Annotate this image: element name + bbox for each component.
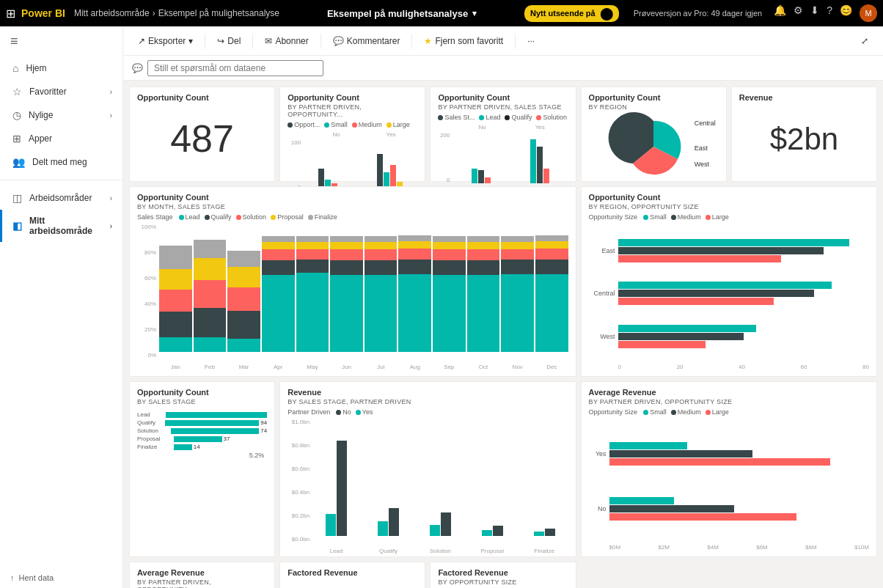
sidebar-collapse-btn[interactable]: ≡ (0, 26, 122, 56)
apps-icon: ⊞ (12, 133, 21, 144)
favorite-btn[interactable]: ★ Fjern som favoritt (418, 33, 509, 49)
report-title: Eksempel på mulighetsanalyse ▾ (327, 8, 477, 19)
export-btn[interactable]: ↗ Eksporter ▾ (132, 33, 199, 49)
card-title: Revenue (739, 93, 869, 102)
sidebar-item-apps[interactable]: ⊞ Apper (0, 127, 122, 150)
powerbi-logo: Power BI (21, 7, 65, 19)
home-icon: ⌂ (12, 62, 18, 74)
opp-count-partner-card: Opportunity Count BY PARTNER DRIVEN, OPP… (279, 87, 425, 182)
card-title: Opportunity Count (589, 193, 869, 202)
breadcrumb: Mitt arbeidsområde › Eksempel på mulighe… (74, 8, 279, 18)
opp-count-sales-card: Opportunity Count BY PARTNER DRIVEN, SAL… (430, 87, 576, 182)
sidebar-item-workspaces[interactable]: ◫ Arbeidsområder › (0, 186, 122, 210)
main-content: ↗ Eksporter ▾ ↪ Del ✉ Abonner 💬 Kommenta… (123, 26, 883, 588)
card-subtitle: BY PARTNER DRIVEN, OPPORTUNITY... (137, 578, 267, 588)
card-subtitle: BY MONTH, SALES STAGE (137, 203, 568, 210)
chart-legend: Sales St... Lead Qualify Solution (438, 114, 568, 121)
opp-region-size-card: Opportunity Count BY REGION, OPPORTUNITY… (581, 186, 877, 377)
revenue-card: Revenue $2bn (731, 87, 877, 182)
factored-revenue-size-card: Factored Revenue BY OPPORTUNITY SIZE $0.… (430, 562, 576, 588)
card-subtitle: BY PARTNER DRIVEN, OPPORTUNITY SIZE (589, 398, 869, 405)
sidebar-item-home[interactable]: ⌂ Hjem (0, 56, 122, 80)
chart-legend: Opport... Small Medium Large (287, 121, 417, 128)
card-title: Opportunity Count (287, 93, 417, 102)
favorites-icon: ☆ (12, 86, 22, 98)
card-title: Revenue (287, 388, 568, 397)
export-icon: ↗ (138, 36, 145, 46)
card-title: Average Revenue (137, 568, 267, 577)
revenue-stage-card: Revenue BY SALES STAGE, PARTNER DRIVEN P… (279, 381, 576, 557)
card-title: Opportunity Count (589, 93, 719, 102)
chart-legend: Opportunity Size Small Medium Large (589, 213, 869, 221)
card-subtitle: BY PARTNER DRIVEN, SALES STAGE (438, 103, 568, 111)
sidebar-item-recent[interactable]: ◷ Nylige › (0, 103, 122, 127)
recent-icon: ◷ (12, 109, 21, 121)
grid-icon[interactable]: ⊞ (6, 7, 15, 21)
new-look-toggle[interactable]: Nytt utseende på ⬤ (524, 5, 619, 22)
opp-count-value: 487 (137, 111, 267, 167)
dashboard: Opportunity Count 487 Opportunity Count … (123, 81, 883, 588)
card-title: Average Revenue (589, 388, 869, 397)
card-title: Opportunity Count (137, 388, 267, 397)
avg-revenue-size-card: Average Revenue BY PARTNER DRIVEN, OPPOR… (581, 381, 877, 557)
subscribe-btn[interactable]: ✉ Abonner (259, 33, 314, 49)
card-subtitle: BY PARTNER DRIVEN, OPPORTUNITY... (287, 103, 417, 118)
card-title: Factored Revenue (438, 568, 568, 577)
share-btn[interactable]: ↪ Del (211, 33, 246, 49)
subscribe-icon: ✉ (265, 36, 272, 46)
chart-legend: Sales Stage Lead Qualify Solution Propos… (137, 213, 568, 221)
qa-input[interactable] (147, 60, 323, 76)
toolbar: ↗ Eksporter ▾ ↪ Del ✉ Abonner 💬 Kommenta… (123, 26, 883, 56)
qa-bar: 💬 (123, 56, 883, 81)
trial-label: Prøveversjon av Pro: 49 dager igjen (634, 9, 762, 18)
comments-btn[interactable]: 💬 Kommentarer (327, 33, 406, 49)
card-title: Opportunity Count (438, 93, 568, 102)
more-btn[interactable]: ··· (521, 33, 541, 49)
workspaces-icon: ◫ (12, 192, 22, 204)
card-title: Factored Revenue (287, 568, 417, 577)
card-subtitle: BY REGION, OPPORTUNITY SIZE (589, 203, 869, 210)
sidebar-item-favorites[interactable]: ☆ Favoritter › (0, 80, 122, 103)
shared-icon: 👥 (12, 156, 25, 168)
notification-icon[interactable]: 🔔 (774, 4, 786, 22)
topnav: ⊞ Power BI Mitt arbeidsområde › Eksempel… (0, 0, 883, 26)
card-subtitle: BY REGION (589, 103, 719, 111)
expand-icon: ⤢ (861, 36, 868, 46)
chart-legend: Opportunity Size Small Medium Large (589, 408, 869, 416)
pie-chart (617, 114, 690, 180)
get-data-btn[interactable]: ↑ Hent data (0, 567, 122, 588)
myworkspace-icon: ◧ (12, 220, 22, 232)
get-data-icon: ↑ (10, 573, 15, 582)
card-subtitle: BY SALES STAGE, PARTNER DRIVEN (287, 398, 568, 405)
opp-count-simple-card: Opportunity Count 487 (129, 87, 275, 182)
topnav-icons: 🔔 ⚙ ⬇ ? 😊 M (774, 4, 877, 22)
share-icon: ↪ (217, 36, 224, 46)
user-avatar[interactable]: M (860, 4, 877, 22)
avg-revenue-partner-card: Average Revenue BY PARTNER DRIVEN, OPPOR… (129, 562, 275, 588)
comments-icon: 💬 (333, 36, 344, 46)
factored-revenue-card: Factored Revenue $461M (279, 562, 425, 588)
card-subtitle: BY OPPORTUNITY SIZE (438, 578, 568, 586)
help-icon[interactable]: ? (827, 4, 832, 22)
opp-sales-stage-card: Opportunity Count BY SALES STAGE Lead Qu… (129, 381, 275, 557)
chart-legend: Partner Driven No Yes (287, 408, 568, 416)
revenue-value: $2bn (739, 115, 869, 163)
star-icon: ★ (424, 36, 432, 46)
card-title: Opportunity Count (137, 93, 267, 102)
emoji-icon[interactable]: 😊 (840, 4, 852, 22)
expand-btn[interactable]: ⤢ (855, 33, 874, 49)
settings-icon[interactable]: ⚙ (794, 4, 803, 22)
sidebar-item-shared[interactable]: 👥 Delt med meg (0, 150, 122, 174)
opp-count-region-card: Opportunity Count BY REGION Central East… (581, 87, 727, 182)
opp-month-stage-card: Opportunity Count BY MONTH, SALES STAGE … (129, 186, 576, 377)
card-subtitle: BY SALES STAGE (137, 398, 267, 405)
qa-icon: 💬 (132, 63, 143, 73)
sidebar-item-myworkspace[interactable]: ◧ Mitt arbeidsområde › (0, 210, 122, 242)
card-title: Opportunity Count (137, 193, 568, 202)
sidebar: ≡ ⌂ Hjem ☆ Favoritter › ◷ Nylige › ⊞ App… (0, 26, 123, 588)
download-icon[interactable]: ⬇ (810, 4, 819, 22)
